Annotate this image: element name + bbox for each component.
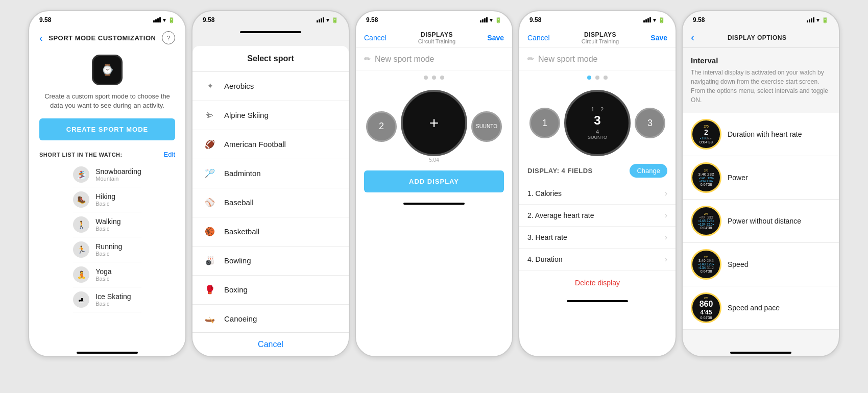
status-bar-2: 9.58 ▾ 🔋	[192, 11, 349, 26]
chevron-hr: ›	[665, 233, 667, 242]
plus-icon-3: +	[429, 114, 439, 133]
header-center-4: DISPLAYS Circuit Training	[582, 31, 619, 44]
list-item[interactable]: ⛸ Ice Skating Basic	[73, 287, 141, 312]
option-item-duration-hr[interactable]: 2/6 2 •128bpm 0:04'38 Duration with hear…	[683, 113, 839, 156]
option-item-speed-pace[interactable]: 2/6 860 4'45 0:04'38 Speed and pace	[683, 286, 839, 330]
edit-icon-4: ✏	[527, 54, 534, 64]
status-icons-4: ▾ 🔋	[643, 17, 665, 23]
time-2: 9.58	[203, 16, 214, 23]
option-label-duration-hr: Duration with heart rate	[728, 130, 802, 138]
sport-item-badminton[interactable]: 🏸 Badminton	[192, 159, 349, 188]
change-button-4[interactable]: Change	[630, 164, 667, 178]
sport-select-sheet: Select sport ✦ Aerobics ⛷ Alpine Skiing …	[192, 46, 349, 356]
list-item[interactable]: 🚶 Walking Basic	[73, 212, 141, 237]
field-row-avg-hr[interactable]: 2. Average heart rate ›	[519, 205, 676, 227]
dot-1	[424, 76, 428, 80]
sport-item-alpine[interactable]: ⛷ Alpine Skiing	[192, 101, 349, 130]
sport-item-aerobics[interactable]: ✦ Aerobics	[192, 72, 349, 101]
watch-side-right-3: SUUNTO	[471, 111, 502, 142]
canoeing-icon: 🛶	[203, 312, 217, 326]
field-label-avg-hr: 2. Average heart rate	[527, 211, 594, 219]
sport-icon-yoga: 🧘	[73, 266, 89, 283]
sport-sub: Basic	[95, 251, 122, 257]
aerobics-icon: ✦	[203, 79, 217, 93]
add-display-button[interactable]: ADD DISPLAY	[364, 170, 504, 192]
back-button-1[interactable]: ‹	[39, 32, 43, 44]
screen5-phone: 9.58 ▾ 🔋 ‹ DISPLAY OPTIONS Interval The …	[682, 10, 840, 357]
battery-icon-3: 🔋	[495, 17, 502, 23]
list-item[interactable]: 🥾 Hiking Basic	[73, 187, 141, 212]
edit-icon-3: ✏	[364, 54, 371, 64]
header-center-5: DISPLAY OPTIONS	[728, 34, 787, 41]
sport-name: Running	[95, 242, 122, 251]
option-item-power[interactable]: 2/6 3.40 •148 232 128• •134	[683, 156, 839, 200]
boxing-label: Boxing	[224, 285, 248, 294]
screen3-phone: 9.58 ▾ 🔋 Cancel DISPLAYS Circuit Trainin…	[355, 10, 513, 357]
cancel-button-2[interactable]: Cancel	[258, 340, 283, 349]
wifi-icon-5: ▾	[816, 17, 819, 23]
sport-name: Yoga	[95, 267, 111, 276]
signal-icon-3	[480, 17, 488, 22]
sport-name: Snowboarding	[95, 167, 141, 176]
save-button-4[interactable]: Save	[650, 34, 667, 42]
help-button[interactable]: ?	[162, 31, 175, 44]
sport-name: Ice Skating	[95, 292, 131, 301]
watch-power: 2/6 3.40 •148 232 128• •134	[691, 162, 721, 193]
mode-name-3[interactable]: New sport mode	[375, 55, 435, 64]
football-label: American Football	[224, 140, 286, 149]
watch-speed: 2/6 3.40 •148 29.3 128• •134 31.2	[691, 249, 721, 280]
create-description: Create a custom sport mode to choose the…	[39, 92, 175, 110]
boxing-icon: 🥊	[203, 283, 217, 297]
delete-display-button[interactable]: Delete display	[519, 271, 676, 295]
football-icon: 🏈	[203, 137, 217, 152]
list-item[interactable]: 🏂 Snowboarding Mountain	[73, 162, 141, 187]
screen1-phone: 9.58 ▾ 🔋 ‹ SPORT MODE CUSTOMIZATION ? ⌚ …	[28, 10, 186, 357]
field-row-calories[interactable]: 1. Calories ›	[519, 183, 676, 205]
create-sport-mode-button[interactable]: CREATE SPORT MODE	[39, 118, 175, 140]
cancel-button-4[interactable]: Cancel	[527, 34, 550, 42]
field-row-duration[interactable]: 4. Duration ›	[519, 249, 676, 271]
status-icons-5: ▾ 🔋	[807, 17, 829, 23]
cancel-bar: Cancel	[192, 332, 349, 356]
option-item-power-nodist[interactable]: 2/6 •89 •148 232 128• •134 216•	[683, 200, 839, 243]
wifi-icon: ▾	[163, 17, 166, 23]
cancel-button-3[interactable]: Cancel	[364, 34, 387, 42]
list-item[interactable]: 🏃 Running Basic	[73, 237, 141, 262]
sport-item-basketball[interactable]: 🏀 Basketball	[192, 217, 349, 247]
sport-item-bowling[interactable]: 🎳 Bowling	[192, 247, 349, 276]
interval-header: Interval The interval display is activat…	[683, 48, 839, 113]
nav-bar-1: ‹ SPORT MODE CUSTOMIZATION ?	[39, 26, 175, 50]
sport-sub: Mountain	[95, 176, 141, 182]
wifi-icon-2: ▾	[326, 17, 329, 23]
option-label-speed: Speed	[728, 260, 748, 268]
screen4-phone: 9.58 ▾ 🔋 Cancel DISPLAYS Circuit Trainin…	[518, 10, 677, 357]
sport-sub: Basic	[95, 276, 111, 282]
sport-item-football[interactable]: 🏈 American Football	[192, 130, 349, 159]
save-button-3[interactable]: Save	[487, 34, 504, 42]
sport-info: Running Basic	[95, 242, 122, 257]
shortlist-header: SHORT LIST IN THE WATCH: Edit	[39, 151, 175, 158]
basketball-label: Basketball	[224, 227, 259, 236]
back-button-5[interactable]: ‹	[691, 31, 694, 44]
status-icons-2: ▾ 🔋	[317, 17, 339, 23]
sport-sub: Basic	[95, 201, 115, 207]
list-item[interactable]: 🧘 Yoga Basic	[73, 262, 141, 287]
mode-name-4[interactable]: New sport mode	[538, 55, 598, 64]
watch-main-4: 1 2 3 4 SUUNTO	[564, 90, 631, 156]
chevron-avg-hr: ›	[665, 211, 667, 220]
sport-item-boxing[interactable]: 🥊 Boxing	[192, 276, 349, 305]
field-row-hr[interactable]: 3. Heart rate ›	[519, 227, 676, 249]
dots-row-4	[519, 70, 676, 85]
wifi-icon-3: ▾	[490, 17, 493, 23]
sport-item-baseball[interactable]: ⚾ Baseball	[192, 188, 349, 217]
sport-item-canoeing[interactable]: 🛶 Canoeing	[192, 305, 349, 332]
dot-2	[432, 76, 436, 80]
sport-select-list: ✦ Aerobics ⛷ Alpine Skiing 🏈 American Fo…	[192, 72, 349, 332]
sport-sub: Basic	[95, 301, 131, 307]
watch-glyph: ⌚	[101, 64, 114, 76]
display-options-list: Interval The interval display is activat…	[683, 48, 839, 347]
sport-name: Hiking	[95, 192, 115, 201]
status-icons-3: ▾ 🔋	[480, 17, 502, 23]
edit-link[interactable]: Edit	[164, 151, 175, 158]
option-item-speed[interactable]: 2/6 3.40 •148 29.3 128• •134 31.2	[683, 243, 839, 286]
